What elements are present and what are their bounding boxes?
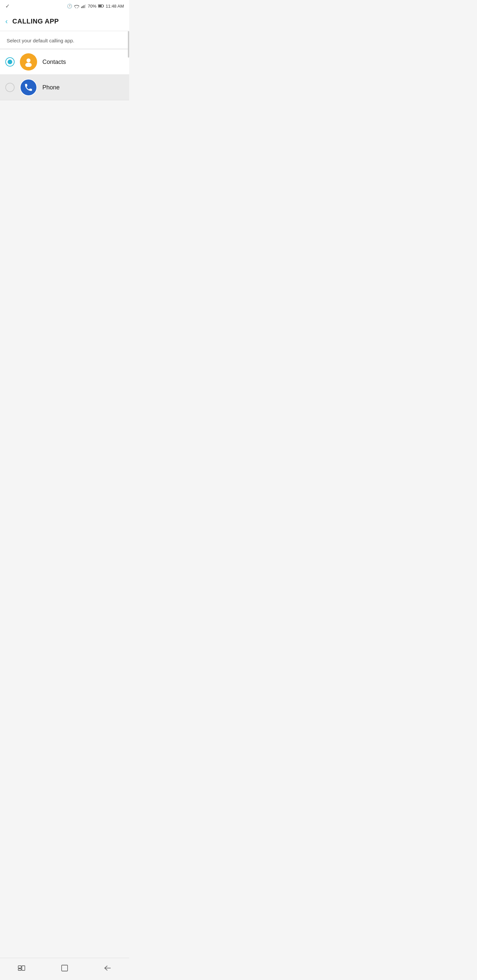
nav-bar: ‹ CALLING APP xyxy=(0,12,129,31)
description-text: Select your default calling app. xyxy=(0,31,129,49)
empty-content-area xyxy=(0,100,129,266)
svg-rect-0 xyxy=(81,6,82,8)
svg-rect-6 xyxy=(103,5,104,6)
wifi-icon xyxy=(74,4,80,8)
scrollbar xyxy=(128,31,129,57)
signal-icon xyxy=(81,4,86,8)
page-title: CALLING APP xyxy=(12,18,59,25)
alarm-icon: 🕐 xyxy=(67,4,72,9)
svg-point-7 xyxy=(27,59,30,62)
svg-point-8 xyxy=(25,62,32,67)
contacts-label: Contacts xyxy=(42,59,66,65)
svg-rect-2 xyxy=(84,5,85,8)
phone-radio[interactable] xyxy=(5,83,14,92)
phone-app-icon xyxy=(20,79,37,96)
battery-icon xyxy=(98,4,104,8)
status-right: 🕐 70% 11:48 AM xyxy=(67,4,124,9)
svg-rect-3 xyxy=(85,4,85,8)
back-button[interactable]: ‹ xyxy=(5,17,8,26)
contacts-app-icon xyxy=(20,53,37,70)
phone-handset-icon xyxy=(24,83,33,92)
contacts-option[interactable]: Contacts xyxy=(0,49,129,75)
contacts-radio[interactable] xyxy=(5,57,14,67)
time-display: 11:48 AM xyxy=(106,4,124,9)
contacts-person-icon xyxy=(24,57,34,67)
svg-rect-1 xyxy=(83,6,83,8)
svg-rect-5 xyxy=(98,5,102,7)
check-icon: ✓ xyxy=(5,3,10,9)
battery-text: 70% xyxy=(88,4,96,9)
phone-label: Phone xyxy=(42,84,60,91)
status-bar: ✓ 🕐 70% 11:48 AM xyxy=(0,0,129,12)
phone-option[interactable]: Phone xyxy=(0,75,129,100)
